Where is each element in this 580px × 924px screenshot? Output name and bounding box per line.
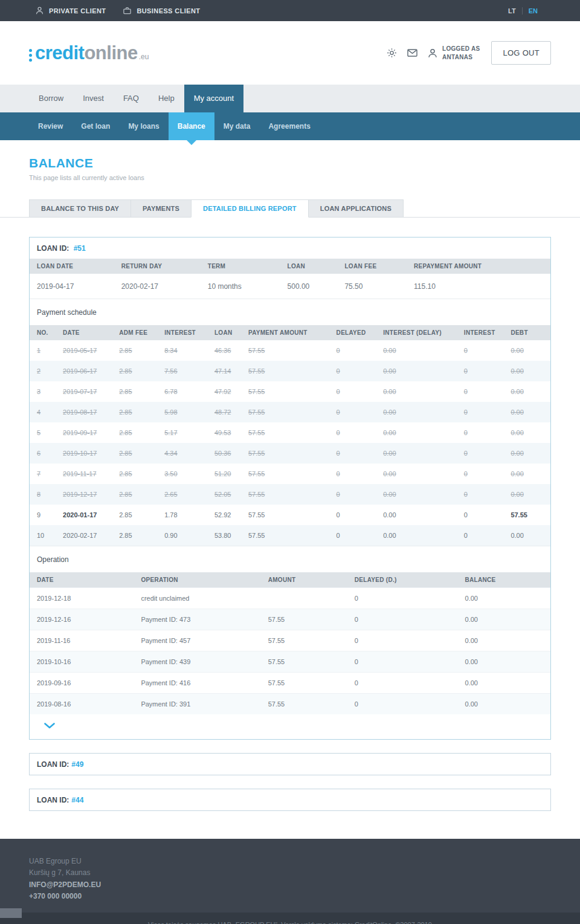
nav-item-my-account[interactable]: My account <box>184 85 243 112</box>
nav-item-faq[interactable]: FAQ <box>114 85 149 112</box>
loan-id-header[interactable]: LOAN ID: #51 <box>30 237 550 259</box>
logout-button[interactable]: LOG OUT <box>491 41 551 65</box>
summary-value: 2019-04-17 <box>30 274 114 299</box>
sub-nav: ReviewGet loanMy loansBalanceMy dataAgre… <box>0 112 580 140</box>
schedule-row: 72019-11-172.853.5051.2057.5500.0000.00 <box>30 464 550 484</box>
nav-item-help[interactable]: Help <box>149 85 184 112</box>
schedule-cell: 0 <box>329 402 376 422</box>
footer-phone: +370 000 00000 <box>29 891 551 902</box>
operation-cell: 2019-09-16 <box>30 673 134 694</box>
schedule-cell: 47.92 <box>207 381 241 402</box>
subnav-item-review[interactable]: Review <box>29 112 72 140</box>
private-client-button[interactable]: PRIVATE CLIENT <box>35 6 106 15</box>
loan-id-header[interactable]: LOAN ID:#44 <box>30 789 550 810</box>
schedule-cell: 10 <box>30 525 56 546</box>
schedule-cell: 0 <box>329 505 376 525</box>
schedule-cell: 0 <box>457 402 504 422</box>
operation-title: Operation <box>30 546 550 572</box>
footer-left-accent <box>0 908 22 918</box>
subnav-item-get-loan[interactable]: Get loan <box>72 112 119 140</box>
operation-cell: 0 <box>347 630 458 651</box>
schedule-cell: 2.85 <box>112 484 157 505</box>
schedule-cell: 0.00 <box>376 402 457 422</box>
tab-balance-to-this-day[interactable]: BALANCE TO THIS DAY <box>29 199 131 218</box>
nav-item-borrow[interactable]: Borrow <box>29 85 73 112</box>
schedule-cell: 2.85 <box>112 464 157 484</box>
schedule-cell: 0.00 <box>376 361 457 381</box>
payment-schedule-title: Payment schedule <box>30 299 550 325</box>
schedule-cell: 0 <box>457 505 504 525</box>
schedule-row: 12019-05-172.858.3446.3657.5500.0000.00 <box>30 340 550 361</box>
page: PRIVATE CLIENT BUSINESS CLIENT LT EN cre… <box>0 0 580 924</box>
operation-cell: Payment ID: 439 <box>134 651 260 673</box>
summary-data-row: 2019-04-172020-02-1710 months500.0075.50… <box>30 274 550 299</box>
nav-item-invest[interactable]: Invest <box>73 85 114 112</box>
schedule-col-loan: LOAN <box>207 325 241 340</box>
settings-gear-icon[interactable] <box>386 47 398 59</box>
schedule-col-date: DATE <box>56 325 112 340</box>
subnav-item-my-data[interactable]: My data <box>214 112 260 140</box>
schedule-cell: 0 <box>457 443 504 464</box>
chevron-down-icon <box>44 723 550 729</box>
schedule-col-interest: INTEREST <box>157 325 207 340</box>
schedule-cell: 50.36 <box>207 443 241 464</box>
page-subtitle: This page lists all currently active loa… <box>29 174 551 181</box>
logo[interactable]: credit online .eu p2p <box>29 42 149 64</box>
schedule-cell: 0.00 <box>503 402 550 422</box>
operation-cell: 0 <box>347 588 458 609</box>
schedule-cell: 2.85 <box>112 525 157 546</box>
topbar: PRIVATE CLIENT BUSINESS CLIENT LT EN <box>0 0 580 21</box>
private-client-label: PRIVATE CLIENT <box>49 7 106 15</box>
lang-en[interactable]: EN <box>529 7 538 15</box>
schedule-row: 22019-06-172.857.5647.1457.5500.0000.00 <box>30 361 550 381</box>
schedule-cell: 1 <box>30 340 56 361</box>
schedule-cell: 0 <box>457 422 504 443</box>
schedule-cell: 2019-06-17 <box>56 361 112 381</box>
loan-card-51: LOAN ID: #51 LOAN DATERETURN DAYTERMLOAN… <box>29 237 551 740</box>
operation-cell: 0 <box>347 609 458 630</box>
tab-detailed-billing-report[interactable]: DETAILED BILLING REPORT <box>191 199 309 218</box>
operation-cell: 0.00 <box>458 673 550 694</box>
expand-operations-button[interactable] <box>30 714 550 739</box>
operation-row: 2019-10-16Payment ID: 43957.5500.00 <box>30 651 550 673</box>
tab-loan-applications[interactable]: LOAN APPLICATIONS <box>308 199 404 218</box>
schedule-cell: 2.85 <box>112 422 157 443</box>
envelope-icon[interactable] <box>407 47 418 59</box>
operation-row: 2019-09-16Payment ID: 41657.5500.00 <box>30 673 550 694</box>
business-client-label: BUSINESS CLIENT <box>137 7 200 15</box>
logo-online-text: online <box>84 42 137 64</box>
loan-id-header[interactable]: LOAN ID:#49 <box>30 754 550 775</box>
operation-cell: Payment ID: 391 <box>134 694 260 715</box>
summary-col-term: TERM <box>201 259 280 274</box>
operation-cell: 57.55 <box>261 609 347 630</box>
ops-col-amount: AMOUNT <box>261 572 347 588</box>
schedule-cell: 0 <box>329 340 376 361</box>
subnav-item-agreements[interactable]: Agreements <box>259 112 319 140</box>
schedule-cell: 0.00 <box>503 525 550 546</box>
schedule-cell: 0.00 <box>376 443 457 464</box>
summary-value: 115.10 <box>407 274 550 299</box>
loan-card-44: LOAN ID:#44 <box>29 789 551 811</box>
loan-card-49: LOAN ID:#49 <box>29 753 551 775</box>
schedule-cell: 4 <box>30 402 56 422</box>
ops-col-operation: OPERATION <box>134 572 260 588</box>
schedule-col-no: NO. <box>30 325 56 340</box>
schedule-cell: 57.55 <box>241 505 329 525</box>
footer-email[interactable]: INFO@P2PDEMO.EU <box>29 879 551 891</box>
business-client-button[interactable]: BUSINESS CLIENT <box>123 6 200 15</box>
operation-row: 2019-12-18credit unclaimed00.00 <box>30 588 550 609</box>
subnav-item-my-loans[interactable]: My loans <box>119 112 168 140</box>
subnav-item-balance[interactable]: Balance <box>169 112 214 140</box>
summary-col-repayment-amount: REPAYMENT AMOUNT <box>407 259 550 274</box>
schedule-cell: 2.65 <box>157 484 207 505</box>
schedule-cell: 0 <box>457 340 504 361</box>
lang-lt[interactable]: LT <box>508 7 516 15</box>
operation-row: 2019-08-16Payment ID: 39157.5500.00 <box>30 694 550 715</box>
schedule-cell: 57.55 <box>241 381 329 402</box>
schedule-cell: 0.90 <box>157 525 207 546</box>
schedule-cell: 5.17 <box>157 422 207 443</box>
tabs-wrap: BALANCE TO THIS DAYPAYMENTSDETAILED BILL… <box>0 199 580 218</box>
tab-payments[interactable]: PAYMENTS <box>130 199 192 218</box>
schedule-cell: 0.00 <box>376 464 457 484</box>
loan-id-label: LOAN ID: <box>37 796 69 804</box>
